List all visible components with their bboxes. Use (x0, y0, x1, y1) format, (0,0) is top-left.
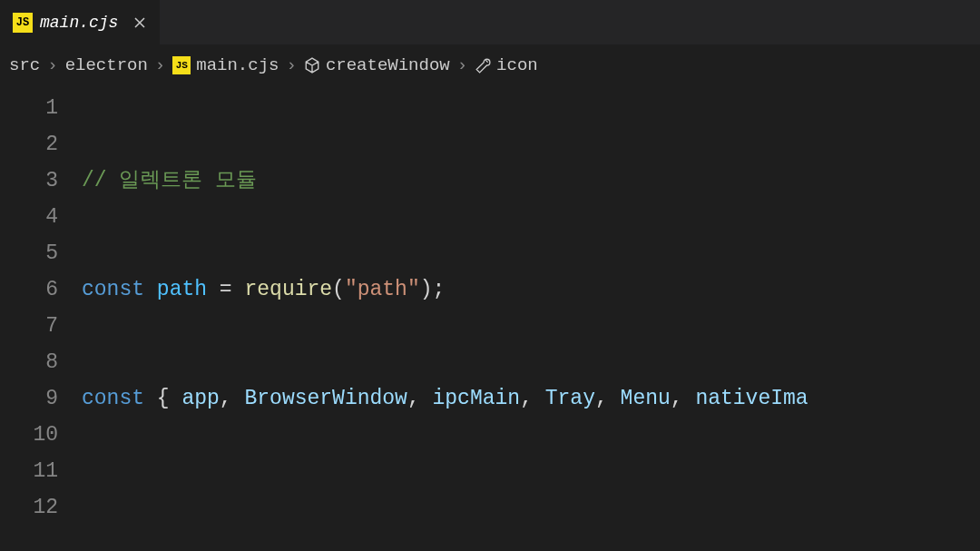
wrench-icon (475, 57, 491, 74)
code-prop: nativeIma (695, 387, 808, 410)
code-op: = (207, 278, 244, 301)
cube-icon (304, 57, 320, 74)
tab-label: main.cjs (40, 14, 118, 32)
code-op: , (595, 387, 621, 410)
code-comment: // 일렉트론 모듈 (82, 169, 257, 192)
code-editor[interactable]: 1 2 3 4 5 6 7 8 9 10 11 12 // 일렉트론 모듈 co… (0, 86, 980, 551)
breadcrumb-label: electron (65, 55, 148, 75)
line-number: 6 (0, 271, 58, 308)
code-prop: BrowserWindow (244, 387, 407, 410)
line-number: 12 (0, 489, 58, 526)
close-icon[interactable] (132, 15, 147, 30)
code-op: , (220, 387, 245, 410)
chevron-right-icon: › (47, 55, 57, 75)
line-number: 2 (0, 126, 58, 162)
line-number: 10 (0, 417, 58, 453)
breadcrumb-label: icon (496, 55, 538, 75)
breadcrumb-item-function[interactable]: createWindow (304, 55, 450, 75)
breadcrumb-label: src (9, 55, 40, 75)
breadcrumb-item-file[interactable]: JS main.cjs (172, 55, 279, 75)
line-number: 11 (0, 453, 58, 489)
js-file-icon: JS (13, 13, 33, 33)
code-content[interactable]: // 일렉트론 모듈 const path = require("path");… (82, 90, 980, 551)
code-fn: require (244, 278, 332, 301)
code-keyword: const (82, 278, 144, 301)
code-op: ); (420, 278, 446, 301)
code-prop: ipcMain (433, 387, 521, 410)
js-file-icon: JS (172, 56, 191, 74)
code-prop: Tray (545, 387, 595, 410)
line-number: 3 (0, 162, 58, 199)
line-number: 5 (0, 235, 58, 271)
line-number: 9 (0, 380, 58, 417)
breadcrumb-item-src[interactable]: src (9, 55, 40, 75)
chevron-right-icon: › (457, 55, 467, 75)
code-op: , (671, 387, 696, 410)
code-op: ( (332, 278, 345, 301)
line-number: 8 (0, 344, 58, 380)
code-op: , (520, 387, 545, 410)
line-number: 7 (0, 308, 58, 344)
code-prop: app (181, 387, 219, 410)
breadcrumb: src › electron › JS main.cjs › createWin… (0, 44, 980, 86)
breadcrumb-label: main.cjs (196, 55, 279, 75)
breadcrumb-item-electron[interactable]: electron (65, 55, 148, 75)
code-var: path (157, 278, 207, 301)
line-number: 1 (0, 90, 58, 126)
code-op: { (144, 387, 181, 410)
code-prop: Menu (621, 387, 671, 410)
breadcrumb-label: createWindow (326, 55, 450, 75)
breadcrumb-item-property[interactable]: icon (475, 55, 538, 75)
tab-main-cjs[interactable]: JS main.cjs (0, 0, 161, 44)
code-keyword: const (82, 387, 144, 410)
tab-bar: JS main.cjs (0, 0, 980, 44)
chevron-right-icon: › (286, 55, 296, 75)
code-op: , (407, 387, 433, 410)
line-number: 4 (0, 199, 58, 235)
code-string: "path" (345, 278, 420, 301)
line-number-gutter: 1 2 3 4 5 6 7 8 9 10 11 12 (0, 90, 82, 551)
chevron-right-icon: › (155, 55, 165, 75)
